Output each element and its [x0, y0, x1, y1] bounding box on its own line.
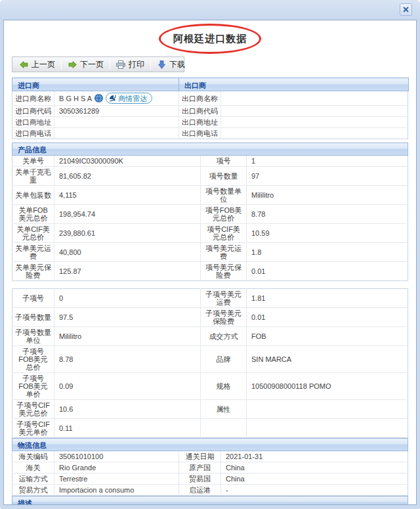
table-row: 关单号 21049IC03000090K 项号 1	[12, 156, 408, 167]
toolbar-separator	[110, 59, 110, 70]
printer-icon	[116, 60, 125, 69]
field-value: 2021-01-31	[221, 451, 408, 462]
table-row: 关单包装数 4,115 项号数量单位 Mililitro	[12, 186, 408, 205]
table-row: 进口商电话 出口商电话	[12, 128, 408, 139]
field-label: 运输方式	[12, 474, 54, 485]
field-value: 10.59	[247, 224, 408, 243]
prev-page-button[interactable]: 上一页	[14, 58, 60, 71]
close-button[interactable]	[400, 3, 412, 16]
field-value	[221, 106, 408, 117]
field-value: China	[221, 474, 408, 485]
section-party: 进口商 出口商 进口商名称 B G H S A	[12, 77, 408, 139]
dialog-window: 阿根廷进口数据 上一页 下一页	[0, 0, 420, 509]
field-value	[221, 117, 408, 128]
field-label: 子项号CIF美元单价	[12, 419, 54, 438]
table-row: 子项号CIF美元总价 10.6 属性	[12, 400, 408, 419]
field-label: 子项号FOB美元总价	[12, 346, 54, 373]
field-label: 贸易国	[179, 474, 221, 485]
product-table-2: 子项号 0 子项号美元运费 1.81 子项号数量 97.5 子项号美元保险费 0…	[12, 288, 408, 438]
field-value: Importacion a consumo	[54, 485, 179, 496]
field-label: 子项号数量	[12, 308, 54, 327]
arrow-left-icon	[19, 60, 28, 69]
field-value: 10500908000118 POMO	[247, 373, 408, 400]
field-value: 198,954.74	[54, 205, 201, 224]
field-value: 8.78	[54, 346, 201, 373]
field-label: 关单FOB美元总价	[12, 205, 54, 224]
field-value: 0.11	[54, 419, 201, 438]
importer-name-cell: B G H S A	[54, 91, 179, 106]
dialog-titlebar	[0, 0, 420, 20]
field-label: 贸易方式	[12, 485, 54, 496]
field-label: 启运港	[179, 485, 221, 496]
field-label: 关单CIF美元总价	[12, 224, 54, 243]
field-label: 出口商地址	[179, 117, 221, 128]
field-label: 出口商电话	[179, 128, 221, 139]
field-value	[54, 128, 179, 139]
field-label: 通关日期	[179, 451, 221, 462]
table-row: 子项号 0 子项号美元运费 1.81	[12, 289, 408, 308]
field-value: FOB	[247, 327, 408, 346]
table-row: 进口商地址 出口商地址	[12, 117, 408, 128]
importer-name: B G H S A	[59, 95, 92, 102]
field-label: 项号FOB美元总价	[201, 205, 247, 224]
field-label: 关单千克毛重	[12, 167, 54, 186]
field-label: 成交方式	[201, 327, 247, 346]
page-title: 阿根廷进口数据	[173, 33, 247, 45]
table-row: 运输方式 Terrestre 贸易国 China	[12, 474, 408, 485]
field-label: 项号数量	[201, 167, 247, 186]
field-value: 239,880.61	[54, 224, 201, 243]
field-label: 子项号美元运费	[201, 289, 247, 308]
radar-badge-button[interactable]: 商情雷达	[106, 93, 152, 104]
title-area: 阿根廷进口数据	[12, 24, 408, 53]
arrow-down-icon	[157, 60, 166, 69]
table-row: 子项号数量单位 Mililitro 成交方式 FOB	[12, 327, 408, 346]
party-table: 进口商名称 B G H S A	[12, 91, 408, 139]
field-label: 海关	[12, 462, 54, 474]
field-value	[54, 117, 179, 128]
download-button[interactable]: 下载	[152, 58, 190, 71]
arrow-right-icon	[68, 60, 77, 69]
field-value	[221, 91, 408, 106]
toolbar-separator	[150, 59, 151, 70]
field-label: 项号CIF美元总价	[201, 224, 247, 243]
field-label: 进口商名称	[12, 91, 54, 106]
field-value: China	[221, 462, 408, 474]
print-button[interactable]: 打印	[111, 58, 150, 71]
party-section-header: 进口商 出口商	[12, 77, 409, 91]
table-row: 海关编码 35061010100 通关日期 2021-01-31	[12, 451, 408, 462]
table-row: 子项号FOB美元单价 0.09 规格 10500908000118 POMO	[12, 373, 408, 400]
field-label: 子项号	[12, 289, 54, 308]
product-section-title: 产品信息	[12, 143, 408, 156]
field-value: Mililitro	[247, 186, 408, 205]
globe-icon[interactable]	[94, 94, 103, 102]
field-label: 项号美元运费	[201, 243, 247, 262]
radar-badge-label: 商情雷达	[118, 95, 147, 102]
field-label: 规格	[201, 373, 247, 400]
table-row: 进口商名称 B G H S A	[12, 91, 408, 106]
field-value: SIN MARCA	[247, 346, 408, 373]
table-row: 进口商代码 3050361289 出口商代码	[12, 106, 408, 117]
field-value: 1.81	[247, 289, 408, 308]
download-label: 下载	[169, 59, 185, 70]
field-label	[201, 419, 247, 438]
field-value: 0	[54, 289, 201, 308]
field-value	[221, 128, 408, 139]
field-value: Terrestre	[54, 474, 179, 485]
field-value: 8.78	[247, 205, 408, 224]
field-value: 0.01	[247, 262, 408, 281]
table-row: 子项号FOB美元总价 8.78 品牌 SIN MARCA	[12, 346, 408, 373]
field-value: 97.5	[54, 308, 201, 327]
dialog-panel: 阿根廷进口数据 上一页 下一页	[3, 20, 417, 505]
prev-page-label: 上一页	[32, 59, 55, 70]
exporter-section-title: 出口商	[179, 78, 409, 91]
field-label: 关单美元保险费	[12, 262, 54, 281]
next-page-button[interactable]: 下一页	[62, 58, 109, 71]
logistics-table: 海关编码 35061010100 通关日期 2021-01-31 海关 Rio …	[12, 451, 408, 496]
field-label: 关单美元运费	[12, 243, 54, 262]
field-value: 97	[247, 167, 408, 186]
section-logistics: 物流信息 海关编码 35061010100 通关日期 2021-01-31 海关…	[12, 438, 408, 496]
table-row: 关单千克毛重 81,605.82 项号数量 97	[12, 167, 408, 186]
field-value: 21049IC03000090K	[54, 156, 201, 167]
radar-icon	[109, 95, 116, 102]
table-row: 关单美元保险费 125.87 项号美元保险费 0.01	[12, 262, 408, 281]
